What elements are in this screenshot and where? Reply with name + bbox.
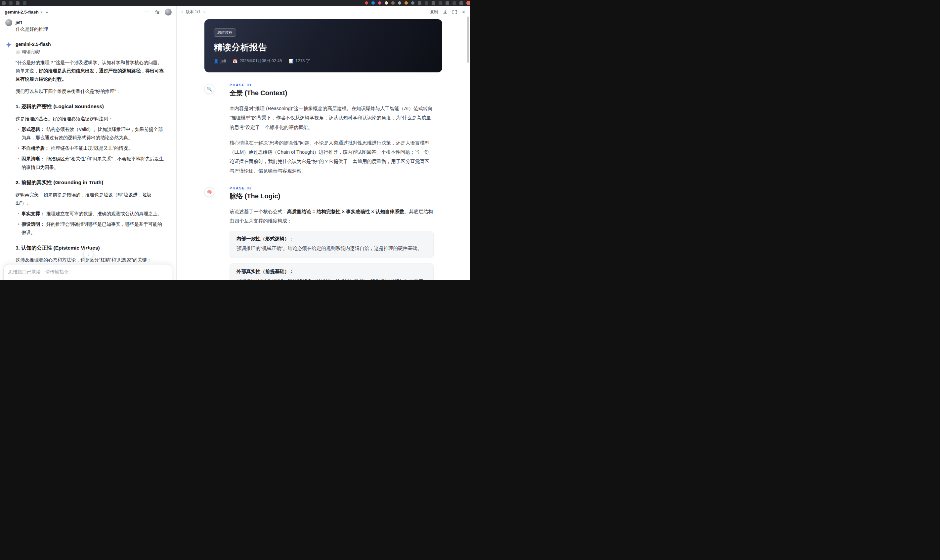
chat-message-list[interactable]: jeff 什么是好的推理 gemini-2.5-flash	[0, 18, 176, 280]
toolbar-icon-6[interactable]	[425, 2, 428, 5]
paragraph: “什么是好的推理？”这是一个涉及逻辑学、认知科学和哲学核心的问题。简单来说，好的…	[15, 58, 165, 84]
report-date: 2026年01月08日 02:45	[239, 58, 282, 64]
user-avatar[interactable]	[165, 9, 172, 15]
download-icon[interactable]	[443, 9, 447, 14]
phase-paragraph: 该论述基于一个核心公式：高质量结论 = 结构完整性 × 事实准确性 × 认知自律…	[230, 207, 434, 226]
chevron-left-icon[interactable]: ‹	[181, 9, 183, 14]
sender-name: gemini-2.5-flash	[15, 41, 171, 47]
user-message-body: jeff 什么是好的推理	[15, 19, 171, 32]
phase-title: 脉络 (The Logic)	[230, 192, 434, 201]
chat-header: gemini-2.5-flash ▾ + ⋯	[0, 6, 176, 18]
chat-panel: gemini-2.5-flash ▾ + ⋯	[0, 6, 176, 280]
dimension-card-2: 外部真实性（前提基础）： 强调推理的“经验校准”。解决“GIGO（垃圾进，垃圾出…	[230, 263, 434, 280]
sender-name: jeff	[15, 19, 171, 25]
new-chat-button[interactable]: +	[46, 9, 49, 15]
expand-fullscreen-icon[interactable]	[453, 10, 457, 14]
bullet-term: 假设透明：	[22, 222, 45, 227]
report-title: 精读分析报告	[214, 42, 433, 53]
author-name: jeff	[220, 59, 226, 63]
list-item: •事实支撑：推理建立在可靠的数据、准确的观测或公认的真理之上。	[15, 209, 165, 218]
toolbar-icon-1[interactable]	[2, 2, 6, 5]
section-intro: 这是推理的基石。好的推理必须遵循逻辑法则：	[15, 115, 165, 123]
app-icon-dot[interactable]	[365, 2, 368, 5]
toolbar-icon-4[interactable]	[23, 2, 26, 5]
scroll-to-bottom-button[interactable]: ↓	[83, 249, 93, 259]
assistant-message: gemini-2.5-flash 📖精读完成! “什么是好的推理？”这是一个涉及…	[5, 41, 171, 280]
copy-button[interactable]: 复制	[430, 9, 438, 15]
model-selector[interactable]: gemini-2.5-flash ▾	[5, 9, 42, 15]
message-composer: +	[3, 264, 172, 280]
bullet-icon: •	[15, 125, 22, 142]
bullet-list: •形式逻辑：结构必须有效（Valid）。比如演绎推理中，如果前提全部为真，那么通…	[15, 125, 165, 172]
list-item: •因果清晰：能准确区分“相关性”和“因果关系”，不会轻率地将先后发生的事情归为因…	[15, 155, 165, 171]
app-icon-dot[interactable]	[371, 2, 375, 5]
list-item: •假设透明：好的推理会明确指明哪些是已知事实，哪些是基于可能的假设。	[15, 220, 165, 237]
text-run: 该论述基于一个核心公式：	[230, 209, 287, 214]
close-icon[interactable]: ✕	[462, 9, 465, 15]
phase-paragraph: 本内容是对“推理 (Reasoning)”这一抽象概念的高层建模。在知识爆炸与人…	[230, 104, 434, 132]
phase-label: PHASE 02	[230, 186, 434, 190]
magnifier-icon: 🔍	[204, 84, 214, 94]
app-icon-dot[interactable]	[411, 2, 415, 5]
toolbar-icon-3[interactable]	[16, 2, 20, 5]
chat-input[interactable]	[8, 269, 167, 274]
bullet-icon: •	[15, 220, 22, 237]
user-message: jeff 什么是好的推理	[5, 19, 171, 32]
author-meta: 👤 jeff	[214, 59, 226, 63]
more-options-icon[interactable]: ⋯	[145, 9, 150, 15]
section-intro: 逻辑再完美，如果前提是错误的，推理也是垃圾（即“垃圾进，垃圾出”）。	[15, 191, 165, 207]
bullet-term: 形式逻辑：	[22, 127, 45, 132]
report-meta: 👤 jeff 📅 2026年01月08日 02:45 📊 1213 字	[214, 58, 433, 64]
toolbar-icon-2[interactable]	[9, 2, 12, 5]
toolbar-icon-8[interactable]	[439, 2, 442, 5]
toolbar-icon-10[interactable]	[453, 2, 456, 5]
bullet-icon: •	[15, 144, 22, 152]
bullet-term: 事实支撑：	[22, 211, 45, 216]
report-hero-card: 思维过程 精读分析报告 👤 jeff 📅 2026年01月08日 02:45 📊…	[204, 19, 442, 72]
date-meta: 📅 2026年01月08日 02:45	[233, 58, 282, 64]
arrow-down-icon: ↓	[87, 251, 89, 257]
notification-badge-icon[interactable]	[466, 1, 470, 5]
chat-header-actions: ⋯	[145, 9, 172, 15]
bullet-list: •事实支撑：推理建立在可靠的数据、准确的观测或公认的真理之上。 •假设透明：好的…	[15, 209, 165, 237]
app-dots	[365, 2, 415, 5]
formula-bold: 高质量结论 = 结构完整性 × 事实准确性 × 认知自律系数	[287, 209, 404, 214]
phase-label: PHASE 01	[230, 83, 434, 87]
toolbar-icon-7[interactable]	[431, 2, 435, 5]
app-icon-dot[interactable]	[405, 2, 408, 5]
phase-title: 全景 (The Context)	[230, 89, 434, 97]
chevron-down-icon: ▾	[41, 10, 42, 14]
artifact-header: ‹ 版本 1/1 › 复制 ✕	[177, 6, 470, 18]
dimension-title: 外部真实性（前提基础）：	[236, 268, 427, 275]
app-icon-dot[interactable]	[398, 2, 401, 5]
dimension-text: 强调推理的“机械正确”。结论必须在给定的规则系统内逻辑自洽，这是推理的硬件基础。	[236, 244, 427, 253]
app-icon-dot[interactable]	[385, 2, 388, 5]
app-icon-dot[interactable]	[391, 2, 394, 5]
version-label: 版本 1/1	[186, 9, 200, 15]
system-toolbar-left	[2, 2, 26, 5]
status-text: 精读完成!	[22, 49, 40, 54]
section-heading-1: 1. 逻辑的严密性 (Logical Soundness)	[15, 102, 165, 111]
toolbar-icon-9[interactable]	[445, 2, 449, 5]
toolbar-icon-5[interactable]	[418, 2, 421, 5]
dimension-card-1: 内部一致性（形式逻辑）： 强调推理的“机械正确”。结论必须在给定的规则系统内逻辑…	[230, 231, 434, 258]
phase-body: PHASE 01 全景 (The Context) 本内容是对“推理 (Reas…	[230, 83, 442, 175]
app-window: gemini-2.5-flash ▾ + ⋯	[0, 6, 470, 280]
word-count: 1213 字	[295, 58, 310, 64]
phase-paragraph: 核心情境在于解决“思考的随意性”问题。不论是人类通过批判性思维进行决策，还是大语…	[230, 138, 434, 175]
user-message-text: 什么是好的推理	[15, 26, 171, 32]
system-toolbar-right	[365, 1, 468, 5]
app-icon-dot[interactable]	[378, 2, 381, 5]
artifact-content[interactable]: 思维过程 精读分析报告 👤 jeff 📅 2026年01月08日 02:45 📊…	[177, 18, 470, 280]
phase-body: PHASE 02 脉络 (The Logic) 该论述基于一个核心公式：高质量结…	[230, 186, 442, 280]
scrollbar-thumb[interactable]	[467, 17, 469, 63]
artifact-panel: ‹ 版本 1/1 › 复制 ✕	[177, 6, 470, 280]
chevron-right-icon[interactable]: ›	[203, 9, 205, 14]
list-item: •形式逻辑：结构必须有效（Valid）。比如演绎推理中，如果前提全部为真，那么通…	[15, 125, 165, 142]
toolbar-icon-11[interactable]	[459, 2, 463, 5]
assistant-message-body: gemini-2.5-flash 📖精读完成! “什么是好的推理？”这是一个涉及…	[15, 41, 171, 280]
gemini-sparkle-icon	[5, 42, 12, 48]
model-name: gemini-2.5-flash	[5, 9, 39, 15]
tune-sliders-icon[interactable]	[155, 9, 160, 15]
phase-section-1: 🔍 PHASE 01 全景 (The Context) 本内容是对“推理 (Re…	[204, 83, 442, 175]
